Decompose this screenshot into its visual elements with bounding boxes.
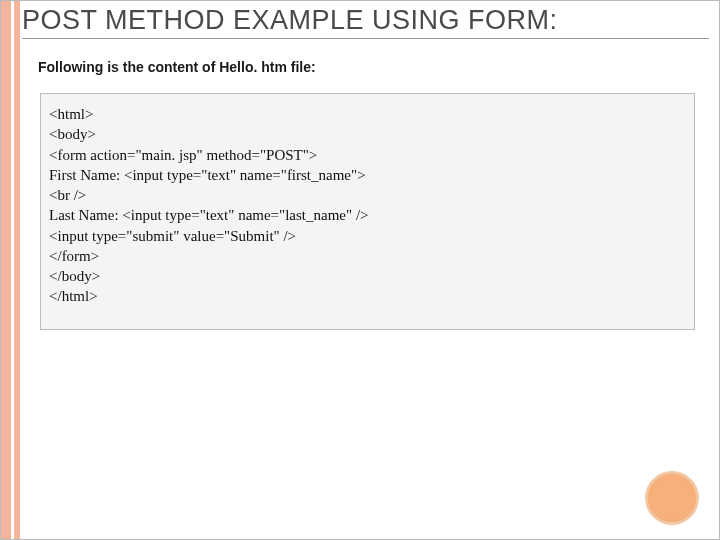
code-box: <html> <body> <form action="main. jsp" m… [40, 93, 695, 330]
code-line: <input type="submit" value="Submit" /> [49, 226, 686, 246]
decor-circle-icon [645, 471, 699, 525]
page-title: POST METHOD EXAMPLE USING FORM: [22, 5, 709, 39]
code-line: </body> [49, 266, 686, 286]
code-line: First Name: <input type="text" name="fir… [49, 165, 686, 185]
code-line: <form action="main. jsp" method="POST"> [49, 145, 686, 165]
code-line: </html> [49, 286, 686, 306]
code-line: <html> [49, 104, 686, 124]
intro-text: Following is the content of Hello. htm f… [38, 59, 709, 75]
slide-page: POST METHOD EXAMPLE USING FORM: Followin… [0, 0, 720, 540]
code-line: <body> [49, 124, 686, 144]
code-line: </form> [49, 246, 686, 266]
code-line: <br /> [49, 185, 686, 205]
code-line: Last Name: <input type="text" name="last… [49, 205, 686, 225]
decor-stripe-wide [1, 1, 11, 539]
content-area: POST METHOD EXAMPLE USING FORM: Followin… [20, 1, 719, 539]
